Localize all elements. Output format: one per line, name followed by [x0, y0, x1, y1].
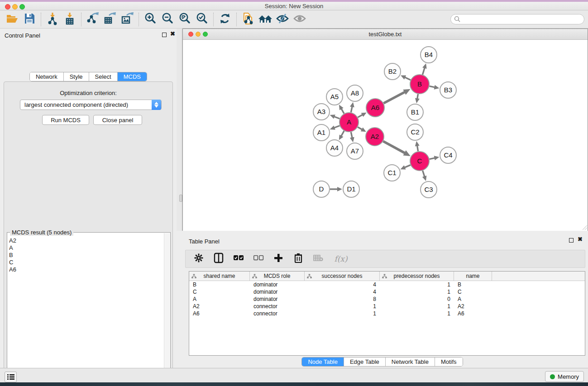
table-cell[interactable]: dominator	[250, 296, 305, 302]
table-cell[interactable]: 4	[305, 281, 380, 288]
add-column-button[interactable]	[272, 252, 285, 266]
column-header-shared-name[interactable]: shared name	[189, 272, 250, 281]
graph-node-A6[interactable]: A6	[366, 99, 384, 117]
table-tab-node-table[interactable]: Node Table	[302, 357, 344, 366]
table-cell[interactable]: B	[454, 281, 492, 288]
table-row[interactable]: A6connector11A6	[189, 310, 585, 317]
mcds-result-scrollbar[interactable]	[164, 233, 170, 386]
table-cell[interactable]: 1	[380, 310, 454, 317]
mcds-result-item[interactable]: B	[9, 252, 163, 259]
export-table-button[interactable]	[101, 12, 119, 27]
save-session-button[interactable]	[21, 12, 38, 27]
task-history-button[interactable]	[5, 372, 17, 382]
tab-mcds[interactable]: MCDS	[118, 72, 147, 81]
zoom-selected-button[interactable]	[193, 12, 210, 27]
network-window-titlebar[interactable]: testGlobe.txt	[183, 29, 588, 40]
graph-node-B1[interactable]: B1	[407, 104, 423, 120]
edge-A-A4[interactable]	[341, 131, 344, 137]
tab-select[interactable]: Select	[89, 72, 118, 81]
edge-A-A5[interactable]	[341, 108, 344, 114]
table-cell[interactable]: connector	[250, 310, 305, 317]
edge-C-C1[interactable]	[404, 165, 411, 168]
graph-node-C4[interactable]: C4	[440, 147, 456, 163]
optimization-criterion-select[interactable]: largest connected component (directed)	[20, 100, 162, 110]
duplicate-network-button[interactable]	[239, 12, 257, 27]
table-cell[interactable]: 4	[305, 289, 380, 295]
graph-node-B4[interactable]: B4	[421, 47, 437, 63]
refresh-layout-button[interactable]	[216, 12, 234, 27]
graph-node-C2[interactable]: C2	[407, 124, 423, 140]
close-panel-icon[interactable]: ✖	[170, 32, 175, 36]
table-cell[interactable]: dominator	[250, 289, 305, 295]
edge-C-C2[interactable]	[417, 145, 418, 152]
node-table[interactable]: shared nameMCDS rolesuccessor nodesprede…	[189, 271, 585, 356]
table-cell[interactable]: 1	[380, 289, 454, 295]
graph-node-A7[interactable]: A7	[347, 143, 363, 159]
vertical-splitter-handle[interactable]	[179, 195, 182, 202]
graph-node-D[interactable]: D	[313, 181, 330, 197]
float-table-panel-icon[interactable]	[569, 238, 574, 243]
memory-button[interactable]: Memory	[545, 371, 584, 382]
edge-A-A8[interactable]	[351, 106, 352, 112]
table-cell[interactable]: A6	[189, 310, 250, 317]
table-row[interactable]: Bdominator41B	[189, 281, 585, 288]
deselect-all-checkboxes-button[interactable]	[252, 252, 265, 266]
edge-A-A3[interactable]	[334, 116, 339, 119]
close-table-panel-icon[interactable]: ✖	[578, 237, 583, 242]
column-header-predecessor-nodes[interactable]: predecessor nodes	[380, 272, 454, 281]
table-tab-network-table[interactable]: Network Table	[386, 357, 435, 366]
graph-node-B[interactable]: B	[410, 75, 429, 94]
table-cell[interactable]: 1	[305, 310, 380, 317]
table-cell[interactable]: 0	[380, 296, 454, 302]
table-cell[interactable]: 1	[380, 303, 454, 310]
table-cell[interactable]: 8	[305, 296, 380, 302]
table-settings-button[interactable]	[192, 252, 206, 266]
graph-node-A3[interactable]: A3	[313, 104, 330, 120]
edge-C-C3[interactable]	[423, 171, 425, 177]
edge-A6-B[interactable]	[384, 92, 406, 103]
edge-A-A7[interactable]	[351, 132, 352, 138]
network-graph-canvas[interactable]: AA6A2BCA1A3A4A5A7A8B1B2B3B4C1C2C3C4DD1	[183, 40, 588, 231]
table-cell[interactable]: A	[189, 296, 250, 302]
show-visibility-button[interactable]	[291, 12, 308, 27]
graph-node-A5[interactable]: A5	[326, 89, 343, 105]
zoom-fit-button[interactable]	[176, 12, 193, 27]
zoom-out-button[interactable]	[159, 12, 176, 27]
export-image-button[interactable]	[119, 12, 136, 27]
select-all-checkboxes-button[interactable]	[232, 252, 245, 266]
mcds-result-item[interactable]: A6	[9, 266, 163, 273]
graph-node-A8[interactable]: A8	[347, 85, 363, 101]
table-cell[interactable]: C	[189, 289, 250, 295]
mcds-result-item[interactable]: A	[9, 244, 163, 252]
edge-A-A1[interactable]	[334, 126, 339, 128]
table-cell[interactable]: A	[454, 296, 492, 302]
edge-B-B4[interactable]	[422, 67, 425, 75]
column-visibility-button[interactable]	[212, 252, 225, 266]
float-panel-icon[interactable]	[162, 33, 167, 38]
table-cell[interactable]: A2	[189, 303, 250, 310]
resize-grip-icon[interactable]	[581, 224, 587, 230]
search-input[interactable]	[450, 14, 584, 24]
graph-node-D1[interactable]: D1	[343, 181, 359, 197]
graph-node-B2[interactable]: B2	[384, 63, 401, 80]
import-table-button[interactable]	[61, 12, 78, 27]
column-header-successor-nodes[interactable]: successor nodes	[305, 272, 380, 281]
edge-A2-C[interactable]	[383, 141, 405, 153]
graph-node-C3[interactable]: C3	[421, 181, 437, 198]
column-header-name[interactable]: name	[454, 272, 492, 281]
table-cell[interactable]: dominator	[250, 281, 305, 288]
graph-node-B3[interactable]: B3	[440, 82, 456, 98]
table-cell[interactable]: 1	[380, 281, 454, 288]
table-tab-edge-table[interactable]: Edge Table	[344, 357, 386, 366]
table-cell[interactable]: connector	[250, 303, 305, 310]
mcds-result-item[interactable]: A2	[9, 237, 163, 244]
edge-B-B2[interactable]	[404, 77, 411, 80]
graph-node-C1[interactable]: C1	[384, 165, 400, 181]
table-row[interactable]: Cdominator41C	[189, 288, 585, 295]
hide-visibility-button[interactable]	[274, 12, 291, 27]
mcds-result-item[interactable]: C	[9, 259, 163, 266]
column-header-MCDS-role[interactable]: MCDS role	[250, 272, 305, 281]
table-tab-motifs[interactable]: Motifs	[435, 357, 463, 366]
close-panel-button[interactable]: Close panel	[93, 115, 142, 125]
graph-node-A1[interactable]: A1	[313, 124, 330, 141]
